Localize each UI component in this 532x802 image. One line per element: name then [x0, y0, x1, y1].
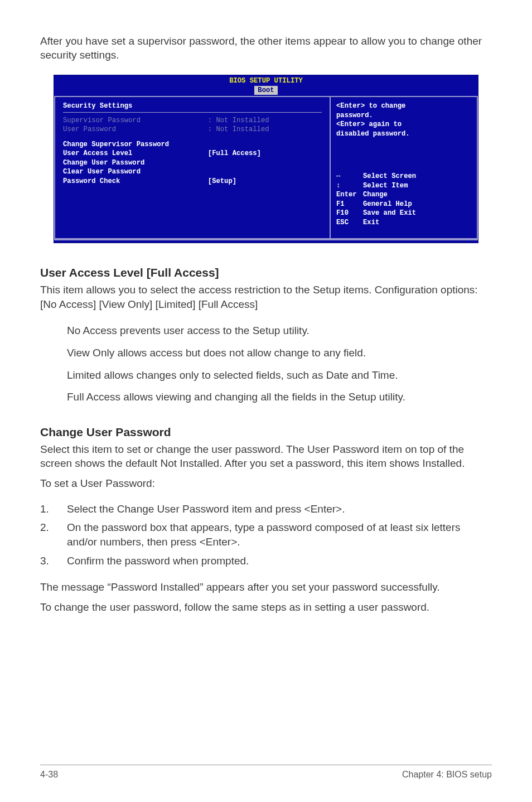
security-settings-heading: Security Settings: [63, 102, 322, 110]
change-user-password-p2: To set a User Password:: [40, 476, 492, 491]
option-view-only: View Only allows access but does not all…: [67, 346, 492, 360]
password-check-label: Password Check: [63, 177, 208, 186]
clear-user-password: Clear User Password: [63, 167, 322, 176]
nav-f1-key: F1: [336, 200, 363, 209]
change-user-password-heading: Change User Password: [40, 426, 492, 439]
help-text-line4: disabled password.: [336, 129, 471, 138]
nav-select-item: Select Item: [363, 181, 408, 190]
nav-esc-label: Exit: [363, 218, 379, 227]
step-number: 1.: [40, 502, 67, 516]
chapter-label: Chapter 4: BIOS setup: [402, 770, 492, 780]
user-password-row: User Password : Not Installed: [63, 125, 322, 134]
help-text-line3: <Enter> again to: [336, 120, 471, 129]
bios-screenshot: BIOS SETUP UTILITY Boot Security Setting…: [54, 75, 478, 243]
arrow-left-right-icon: ↔: [336, 172, 363, 181]
user-access-level-description: This item allows you to select the acces…: [40, 283, 492, 311]
step-1: 1. Select the Change User Password item …: [40, 502, 492, 516]
step-text: Confirm the password when prompted.: [67, 554, 492, 568]
supervisor-password-label: Supervisor Password: [63, 116, 208, 125]
option-full-access: Full Access allows viewing and changing …: [67, 390, 492, 404]
bios-right-panel: <Enter> to change password. <Enter> agai…: [330, 97, 478, 239]
step-3: 3. Confirm the password when prompted.: [40, 554, 492, 568]
nav-f10-label: Save and Exit: [363, 209, 416, 218]
change-user-password: Change User Password: [63, 158, 322, 167]
nav-enter-key: Enter: [336, 190, 363, 199]
password-check-value: [Setup]: [208, 177, 322, 186]
supervisor-password-row: Supervisor Password : Not Installed: [63, 116, 322, 125]
step-number: 3.: [40, 554, 67, 568]
password-check-row: Password Check [Setup]: [63, 177, 322, 186]
option-no-access: No Access prevents user access to the Se…: [67, 323, 492, 338]
intro-paragraph: After you have set a supervisor password…: [40, 35, 492, 62]
nav-help-block: ↔ Select Screen ↕ Select Item Enter Chan…: [336, 138, 471, 233]
help-text-line1: <Enter> to change: [336, 102, 471, 110]
nav-enter-label: Change: [363, 190, 388, 199]
user-access-level-row: User Access Level [Full Access]: [63, 149, 322, 158]
nav-f1-label: General Help: [363, 200, 412, 209]
page-footer: 4-38 Chapter 4: BIOS setup: [40, 765, 492, 780]
nav-select-screen: Select Screen: [363, 172, 416, 181]
change-supervisor-password: Change Supervisor Password: [63, 140, 322, 149]
user-access-level-heading: User Access Level [Full Access]: [40, 266, 492, 279]
supervisor-password-value: : Not Installed: [208, 116, 322, 125]
change-user-password-note: To change the user password, follow the …: [40, 600, 492, 615]
password-installed-message: The message “Password Installed” appears…: [40, 580, 492, 595]
bios-tab-row: Boot: [54, 86, 478, 96]
user-access-level-label: User Access Level: [63, 149, 208, 158]
bios-title: BIOS SETUP UTILITY: [54, 75, 478, 85]
change-user-password-p1: Select this item to set or change the us…: [40, 442, 492, 471]
bios-left-panel: Security Settings Supervisor Password : …: [54, 97, 330, 239]
user-password-label: User Password: [63, 125, 208, 134]
page-number: 4-38: [40, 770, 58, 780]
step-text: Select the Change User Password item and…: [67, 502, 492, 516]
step-2: 2. On the password box that appears, typ…: [40, 520, 492, 549]
user-password-value: : Not Installed: [208, 125, 322, 134]
nav-f10-key: F10: [336, 209, 363, 218]
nav-esc-key: ESC: [336, 218, 363, 227]
user-access-level-options: No Access prevents user access to the Se…: [67, 323, 492, 412]
arrow-up-down-icon: ↕: [336, 181, 363, 190]
bios-tab-boot: Boot: [254, 86, 277, 95]
user-access-level-value: [Full Access]: [208, 149, 322, 158]
help-text-line2: password.: [336, 111, 471, 120]
option-limited: Limited allows changes only to selected …: [67, 368, 492, 383]
step-text: On the password box that appears, type a…: [67, 520, 492, 549]
step-number: 2.: [40, 520, 67, 549]
set-user-password-steps: 1. Select the Change User Password item …: [40, 502, 492, 573]
